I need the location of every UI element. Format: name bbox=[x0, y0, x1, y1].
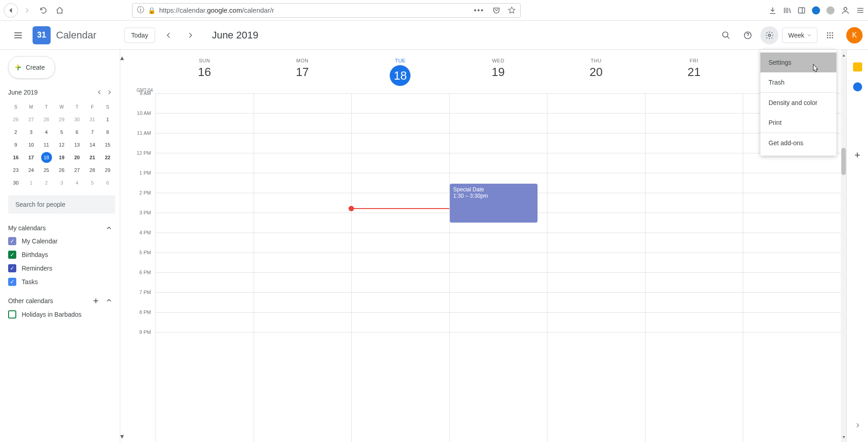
menu-item-settings[interactable]: Settings bbox=[760, 52, 836, 72]
sidebar-toggle-icon[interactable] bbox=[797, 6, 806, 14]
mini-date-cell[interactable]: 21 bbox=[85, 151, 100, 164]
menu-item-trash[interactable]: Trash bbox=[760, 72, 836, 92]
calendar-list-item[interactable]: ✓My Calendar bbox=[8, 237, 115, 245]
add-calendar-icon[interactable] bbox=[92, 297, 100, 305]
mini-date-cell[interactable]: 27 bbox=[24, 113, 39, 126]
mini-date-cell[interactable]: 3 bbox=[54, 176, 70, 189]
mini-date-cell[interactable]: 19 bbox=[54, 151, 70, 164]
profile-icon[interactable] bbox=[841, 6, 850, 15]
calendar-checkbox[interactable]: ✓ bbox=[8, 264, 16, 272]
calendar-checkbox[interactable] bbox=[8, 310, 16, 318]
other-calendars-header[interactable]: Other calendars bbox=[8, 297, 115, 305]
mini-date-cell[interactable]: 24 bbox=[24, 164, 39, 176]
calendar-list-item[interactable]: ✓Reminders bbox=[8, 264, 115, 272]
google-apps-button[interactable] bbox=[821, 26, 839, 44]
browser-reload-button[interactable] bbox=[36, 3, 51, 18]
browser-back-button[interactable] bbox=[4, 3, 18, 18]
day-header[interactable]: WED19 bbox=[449, 50, 547, 93]
mini-date-cell[interactable]: 6 bbox=[100, 176, 115, 189]
page-actions-icon[interactable]: ••• bbox=[474, 6, 484, 14]
mini-date-cell[interactable]: 14 bbox=[85, 138, 100, 151]
mini-date-cell[interactable]: 30 bbox=[8, 176, 24, 189]
mini-date-cell[interactable]: 23 bbox=[8, 164, 24, 176]
main-menu-button[interactable] bbox=[9, 26, 27, 44]
day-header[interactable]: FRI21 bbox=[645, 50, 743, 93]
today-button[interactable]: Today bbox=[124, 28, 155, 43]
vertical-scrollbar[interactable]: ▴ ▾ bbox=[841, 50, 846, 442]
mini-date-cell[interactable]: 20 bbox=[69, 151, 85, 164]
browser-home-button[interactable] bbox=[52, 3, 67, 18]
calendar-checkbox[interactable]: ✓ bbox=[8, 278, 16, 286]
mini-date-cell[interactable]: 28 bbox=[39, 113, 54, 126]
mini-next-month[interactable] bbox=[106, 89, 113, 95]
mini-date-cell[interactable]: 29 bbox=[54, 113, 70, 126]
mini-prev-month[interactable] bbox=[96, 89, 103, 95]
search-people-input[interactable]: Search for people bbox=[8, 195, 115, 214]
mini-date-cell[interactable]: 7 bbox=[85, 126, 100, 138]
mini-date-cell[interactable]: 15 bbox=[100, 138, 115, 151]
mini-date-cell[interactable]: 29 bbox=[100, 164, 115, 176]
mini-date-cell[interactable]: 27 bbox=[69, 164, 85, 176]
mini-date-cell[interactable]: 31 bbox=[85, 113, 100, 126]
mini-date-cell[interactable]: 13 bbox=[69, 138, 85, 151]
day-header[interactable]: THU20 bbox=[547, 50, 645, 93]
mini-date-cell[interactable]: 16 bbox=[8, 151, 24, 164]
library-icon[interactable] bbox=[783, 6, 791, 14]
day-header[interactable]: SUN16 bbox=[156, 50, 254, 93]
mini-date-cell[interactable]: 26 bbox=[54, 164, 70, 176]
mini-date-cell[interactable]: 25 bbox=[39, 164, 54, 176]
mini-date-cell[interactable]: 1 bbox=[24, 176, 39, 189]
bookmark-star-icon[interactable] bbox=[508, 6, 516, 14]
mini-date-cell[interactable]: 22 bbox=[100, 151, 115, 164]
calendar-checkbox[interactable]: ✓ bbox=[8, 237, 16, 245]
calendar-checkbox[interactable]: ✓ bbox=[8, 251, 16, 259]
next-period-button[interactable] bbox=[182, 27, 198, 43]
browser-menu-icon[interactable] bbox=[856, 6, 864, 14]
menu-item-density[interactable]: Density and color bbox=[760, 93, 836, 113]
mini-date-cell[interactable]: 10 bbox=[24, 138, 39, 151]
calendar-list-item[interactable]: ✓Birthdays bbox=[8, 251, 115, 259]
extension-icon-2[interactable] bbox=[826, 6, 835, 14]
calendar-list-item[interactable]: ✓Tasks bbox=[8, 278, 115, 286]
add-addon-button[interactable]: + bbox=[854, 149, 860, 161]
day-header[interactable]: MON17 bbox=[254, 50, 352, 93]
mini-date-cell[interactable]: 2 bbox=[39, 176, 54, 189]
mini-date-cell[interactable]: 1 bbox=[100, 113, 115, 126]
expand-panel-button[interactable] bbox=[850, 418, 865, 433]
create-button[interactable]: + Create bbox=[8, 56, 55, 79]
url-bar[interactable]: ⓘ 🔒 https://calendar.google.com/calendar… bbox=[132, 3, 521, 18]
menu-item-addons[interactable]: Get add-ons bbox=[760, 133, 836, 153]
prev-period-button[interactable] bbox=[160, 27, 177, 43]
mini-date-cell[interactable]: 5 bbox=[85, 176, 100, 189]
view-selector[interactable]: Week bbox=[782, 28, 817, 43]
mini-date-cell[interactable]: 30 bbox=[69, 113, 85, 126]
extension-icon-1[interactable] bbox=[812, 6, 820, 14]
mini-date-cell[interactable]: 9 bbox=[8, 138, 24, 151]
grid-body[interactable]: Special Date 1:30 – 3:30pm bbox=[156, 93, 841, 442]
mini-date-cell[interactable]: 6 bbox=[69, 126, 85, 138]
mini-date-cell[interactable]: 28 bbox=[85, 164, 100, 176]
menu-item-print[interactable]: Print bbox=[760, 113, 836, 133]
mini-date-cell[interactable]: 4 bbox=[39, 126, 54, 138]
mini-date-cell[interactable]: 17 bbox=[24, 151, 39, 164]
mini-date-cell[interactable]: 12 bbox=[54, 138, 70, 151]
day-header[interactable]: TUE18 bbox=[351, 50, 449, 93]
downloads-icon[interactable] bbox=[769, 6, 777, 14]
mini-date-cell[interactable]: 5 bbox=[54, 126, 70, 138]
search-button[interactable] bbox=[717, 26, 735, 44]
tasks-icon[interactable] bbox=[853, 82, 862, 91]
calendar-list-item[interactable]: Holidays in Barbados bbox=[8, 310, 115, 318]
calendar-event[interactable]: Special Date 1:30 – 3:30pm bbox=[450, 184, 538, 223]
mini-date-cell[interactable]: 18 bbox=[39, 151, 54, 164]
mini-date-cell[interactable]: 26 bbox=[8, 113, 24, 126]
mini-date-cell[interactable]: 8 bbox=[100, 126, 115, 138]
mini-date-cell[interactable]: 11 bbox=[39, 138, 54, 151]
browser-forward-button[interactable] bbox=[20, 3, 34, 18]
account-avatar[interactable]: K bbox=[846, 27, 863, 43]
mini-date-cell[interactable]: 4 bbox=[69, 176, 85, 189]
help-button[interactable] bbox=[739, 26, 757, 44]
settings-button[interactable] bbox=[760, 26, 778, 44]
scrollbar-thumb[interactable] bbox=[841, 148, 846, 175]
pocket-icon[interactable] bbox=[492, 6, 500, 14]
my-calendars-header[interactable]: My calendars bbox=[8, 224, 115, 232]
